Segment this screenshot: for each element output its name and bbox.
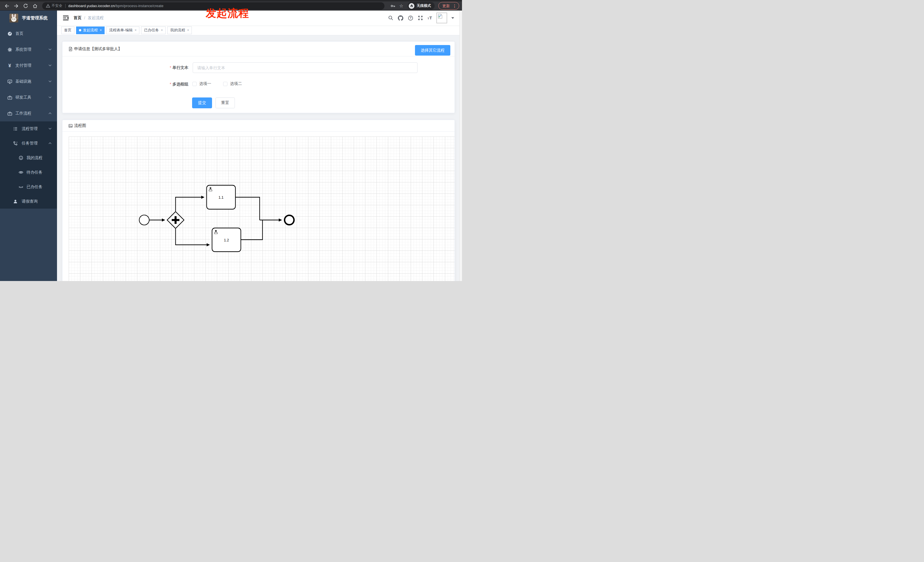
dashboard-icon xyxy=(7,31,12,36)
svg-text:T: T xyxy=(428,17,429,20)
checkbox-field-label-text: 多选框组 xyxy=(172,82,188,86)
home-icon[interactable] xyxy=(32,3,39,9)
sidebar-item-done-tasks[interactable]: 已办任务 xyxy=(0,180,57,194)
submit-button[interactable]: 提交 xyxy=(192,97,212,108)
checkbox-field-label: *多选框组 xyxy=(62,82,188,87)
form-buttons: 提交 重置 xyxy=(192,97,235,108)
broken-image-icon xyxy=(438,13,442,19)
svg-text:T: T xyxy=(429,15,432,20)
sidebar-item-system[interactable]: 系统管理 xyxy=(0,42,57,58)
reload-icon[interactable] xyxy=(22,3,29,9)
sidebar-item-task-mgmt[interactable]: 任务管理 xyxy=(0,136,57,150)
sidebar-item-label: 研发工具 xyxy=(15,95,32,100)
tab-done-tasks[interactable]: 已办任务 × xyxy=(141,27,166,34)
toolbox-icon xyxy=(7,95,12,100)
flow-gateway-to-task1[interactable] xyxy=(176,197,204,211)
help-icon[interactable]: ? xyxy=(408,15,413,21)
font-size-icon[interactable]: TT xyxy=(428,15,433,21)
tab-my-process[interactable]: 我的流程 × xyxy=(167,27,192,34)
close-icon[interactable]: × xyxy=(135,28,136,32)
security-label[interactable]: 不安全 xyxy=(52,3,62,8)
tab-label: 发起流程 xyxy=(83,28,98,33)
browser-update-button[interactable]: 更新 ⋮ xyxy=(438,2,459,10)
close-icon[interactable]: × xyxy=(100,28,102,32)
avatar-caret-down-icon[interactable] xyxy=(451,17,454,19)
single-line-text-input[interactable] xyxy=(193,62,417,73)
flow-task2-out[interactable] xyxy=(241,220,262,240)
sidebar-logo[interactable]: 芋道管理系统 xyxy=(0,10,57,25)
yen-glyph: ¥ xyxy=(8,63,11,68)
avatar[interactable] xyxy=(436,12,447,23)
sidebar-item-todo-tasks[interactable]: 待办任务 xyxy=(0,165,57,180)
breadcrumb-home[interactable]: 首页 xyxy=(74,15,81,21)
tab-label: 已办任务 xyxy=(144,28,159,33)
sidebar-item-dev-tools[interactable]: 研发工具 xyxy=(0,90,57,105)
user-task-node-2[interactable]: 1.2 xyxy=(212,228,241,252)
sidebar-item-workflow[interactable]: 工作流程 xyxy=(0,105,57,121)
reset-button[interactable]: 重置 xyxy=(216,97,235,108)
end-event-node[interactable] xyxy=(285,216,294,225)
url-separator xyxy=(65,4,66,8)
breadcrumb: 首页 / 发起流程 xyxy=(74,15,104,21)
close-icon[interactable]: × xyxy=(187,28,189,32)
search-icon[interactable] xyxy=(388,15,393,21)
sidebar-item-label: 基础设施 xyxy=(15,79,32,84)
url-path: /bpm/process-instance/create xyxy=(115,4,164,8)
checkbox-option-2[interactable]: 选项二 xyxy=(223,81,242,86)
workflow-submenu: 流程管理 任务管理 我的流程 xyxy=(0,121,57,208)
sidebar-item-label: 待办任务 xyxy=(27,170,42,175)
content: 申请信息【测试多审批人】 选择其它流程 *单行文本 *多选框组 选项一 选项 xyxy=(57,35,462,281)
chevron-down-icon xyxy=(48,80,52,82)
parallel-gateway-node[interactable] xyxy=(167,212,184,229)
tab-process-form-edit[interactable]: 流程表单-编辑 × xyxy=(106,27,140,34)
tab-start-process[interactable]: 发起流程 × xyxy=(76,27,105,34)
app-title: 芋道管理系统 xyxy=(22,15,48,21)
update-label: 更新 xyxy=(442,3,450,9)
sidebar-item-leave-query[interactable]: 请假查询 xyxy=(0,194,57,208)
browser-menu-dots-icon[interactable]: ⋮ xyxy=(453,4,457,8)
svg-text:?: ? xyxy=(410,16,411,19)
chevron-down-icon xyxy=(48,96,52,99)
sidebar-menu: 首页 系统管理 ¥ 支付管理 xyxy=(0,25,57,208)
password-key-icon[interactable] xyxy=(390,3,396,9)
scrollbar[interactable] xyxy=(459,10,462,281)
flow-gateway-to-task2[interactable] xyxy=(176,229,210,245)
star-glyph: ☆ xyxy=(399,4,403,8)
application-form-card: 申请信息【测试多审批人】 选择其它流程 *单行文本 *多选框组 选项一 选项 xyxy=(62,41,455,113)
sidebar-item-label: 已办任务 xyxy=(27,184,42,189)
document-icon xyxy=(68,47,73,51)
flow-task1-out[interactable] xyxy=(236,197,260,220)
form-card-title: 申请信息【测试多审批人】 xyxy=(74,46,122,52)
sidebar-item-label: 请假查询 xyxy=(22,199,38,204)
checkbox-box[interactable] xyxy=(223,82,227,86)
task-label: 1.1 xyxy=(219,195,224,199)
forward-icon[interactable] xyxy=(13,3,20,9)
checkbox-box[interactable] xyxy=(192,82,196,86)
required-asterisk: * xyxy=(170,65,171,70)
sidebar-item-home[interactable]: 首页 xyxy=(0,25,57,42)
security-warning-icon[interactable] xyxy=(46,4,50,8)
back-icon[interactable] xyxy=(3,3,10,9)
url-text[interactable]: dashboard.yudao.iocoder.cn/bpm/process-i… xyxy=(68,4,164,8)
face-icon xyxy=(18,155,23,160)
tab-label: 首页 xyxy=(64,28,72,33)
flow-diagram-card: 流程图 xyxy=(62,120,455,281)
picture-icon xyxy=(68,124,73,128)
sidebar-item-infrastructure[interactable]: 基础设施 xyxy=(0,73,57,90)
bpmn-canvas[interactable]: 1.1 1.2 xyxy=(69,136,454,281)
choose-other-process-button[interactable]: 选择其它流程 xyxy=(415,45,450,55)
sidebar-item-process-mgmt[interactable]: 流程管理 xyxy=(0,121,57,136)
sidebar-item-payment[interactable]: ¥ 支付管理 xyxy=(0,58,57,73)
github-icon[interactable] xyxy=(398,15,403,21)
start-event-node[interactable] xyxy=(140,215,149,225)
user-task-node-1[interactable]: 1.1 xyxy=(207,185,236,209)
sidebar: 芋道管理系统 首页 系统管理 ¥ 支付管 xyxy=(0,10,57,281)
checkbox-option-1[interactable]: 选项一 xyxy=(192,81,211,86)
fullscreen-icon[interactable] xyxy=(418,15,423,21)
close-icon[interactable]: × xyxy=(161,28,163,32)
page-title-annotation: 发起流程 xyxy=(206,7,249,19)
sidebar-toggle-icon[interactable] xyxy=(63,15,69,21)
bookmark-star-icon[interactable]: ☆ xyxy=(399,4,403,8)
tab-home[interactable]: 首页 xyxy=(61,27,74,34)
sidebar-item-my-process[interactable]: 我的流程 xyxy=(0,150,57,165)
